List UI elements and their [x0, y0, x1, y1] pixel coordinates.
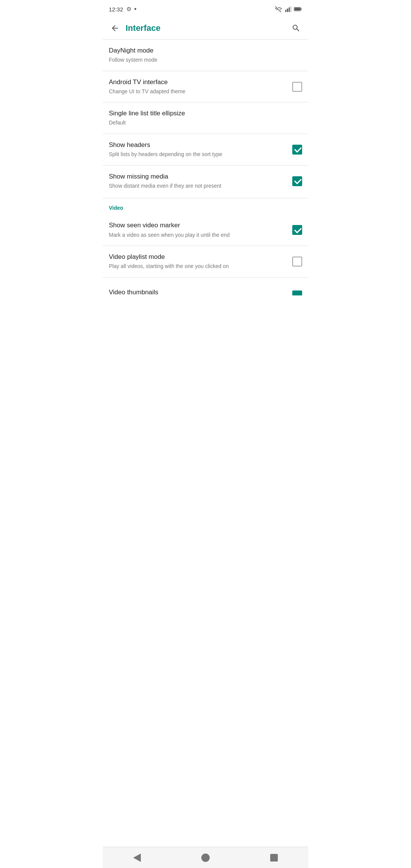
setting-show-headers-text: Show headers Split lists by headers depe…: [109, 141, 292, 158]
nav-back-button[interactable]: [129, 850, 145, 865]
setting-android-tv-text: Android TV interface Change UI to TV ada…: [109, 78, 292, 96]
setting-single-line-text: Single line list title ellipsize Default: [109, 109, 302, 127]
android-tv-checkbox[interactable]: [292, 82, 302, 92]
toolbar: Interface: [103, 17, 308, 40]
status-bar: 12:32 ⚙ •: [103, 0, 308, 17]
setting-show-missing-media[interactable]: Show missing media Show distant media ev…: [103, 166, 308, 197]
svg-rect-3: [290, 6, 292, 12]
setting-show-headers-subtitle: Split lists by headers depending on the …: [109, 151, 288, 158]
setting-daynight-mode[interactable]: DayNight mode Follow system mode: [103, 40, 308, 71]
show-headers-checkbox[interactable]: [292, 145, 302, 155]
settings-status-icon: ⚙: [126, 6, 131, 13]
nav-recent-button[interactable]: [266, 850, 282, 865]
svg-rect-1: [287, 9, 288, 12]
setting-daynight-text: DayNight mode Follow system mode: [109, 46, 302, 64]
wifi-icon: [275, 6, 282, 12]
setting-video-thumbnails-title: Video thumbnails: [109, 288, 288, 297]
setting-show-seen-video-marker-text: Show seen video marker Mark a video as s…: [109, 221, 292, 239]
setting-show-headers-title: Show headers: [109, 141, 288, 149]
setting-show-headers[interactable]: Show headers Split lists by headers depe…: [103, 134, 308, 165]
video-section-title: Video: [109, 205, 123, 211]
svg-rect-5: [301, 8, 301, 10]
video-section-header: Video: [103, 198, 308, 214]
nav-back-icon: [133, 854, 141, 862]
status-right: [275, 6, 302, 12]
setting-daynight-title: DayNight mode: [109, 46, 298, 55]
battery-icon: [294, 6, 302, 12]
video-thumbnails-checkbox-partial[interactable]: [292, 290, 302, 295]
setting-android-tv[interactable]: Android TV interface Change UI to TV ada…: [103, 71, 308, 102]
setting-video-playlist-mode-title: Video playlist mode: [109, 253, 288, 261]
setting-video-playlist-mode-subtitle: Play all videos, starting with the one y…: [109, 263, 288, 270]
search-button[interactable]: [288, 21, 304, 36]
svg-rect-6: [295, 8, 300, 10]
setting-daynight-subtitle: Follow system mode: [109, 56, 298, 64]
notification-dot: •: [134, 5, 137, 13]
setting-show-missing-media-title: Show missing media: [109, 172, 288, 181]
setting-single-line[interactable]: Single line list title ellipsize Default: [103, 102, 308, 134]
setting-show-seen-video-marker-title: Show seen video marker: [109, 221, 288, 230]
setting-show-missing-media-subtitle: Show distant media even if they are not …: [109, 182, 288, 190]
nav-home-button[interactable]: [198, 850, 213, 865]
setting-video-thumbnails[interactable]: Video thumbnails: [103, 278, 308, 305]
page-title: Interface: [126, 23, 288, 33]
bottom-nav: [103, 847, 308, 868]
setting-video-playlist-mode[interactable]: Video playlist mode Play all videos, sta…: [103, 246, 308, 277]
status-time: 12:32: [109, 6, 123, 13]
show-seen-video-marker-checkbox[interactable]: [292, 225, 302, 235]
setting-video-thumbnails-text: Video thumbnails: [109, 288, 292, 298]
nav-recent-icon: [270, 854, 278, 862]
settings-content: DayNight mode Follow system mode Android…: [103, 40, 308, 847]
signal-icon: [285, 6, 292, 12]
setting-show-missing-media-text: Show missing media Show distant media ev…: [109, 172, 292, 190]
status-left: 12:32 ⚙ •: [109, 5, 137, 13]
show-missing-media-checkbox[interactable]: [292, 176, 302, 186]
setting-video-playlist-mode-text: Video playlist mode Play all videos, sta…: [109, 253, 292, 270]
setting-show-seen-video-marker-subtitle: Mark a video as seen when you play it un…: [109, 231, 288, 239]
setting-show-seen-video-marker[interactable]: Show seen video marker Mark a video as s…: [103, 214, 308, 246]
setting-android-tv-title: Android TV interface: [109, 78, 288, 86]
nav-home-icon: [201, 854, 210, 862]
setting-single-line-subtitle: Default: [109, 119, 298, 127]
back-button[interactable]: [107, 21, 123, 36]
setting-single-line-title: Single line list title ellipsize: [109, 109, 298, 118]
video-playlist-mode-checkbox[interactable]: [292, 257, 302, 266]
svg-rect-2: [289, 8, 290, 12]
svg-rect-0: [285, 10, 287, 12]
setting-android-tv-subtitle: Change UI to TV adapted theme: [109, 88, 288, 96]
